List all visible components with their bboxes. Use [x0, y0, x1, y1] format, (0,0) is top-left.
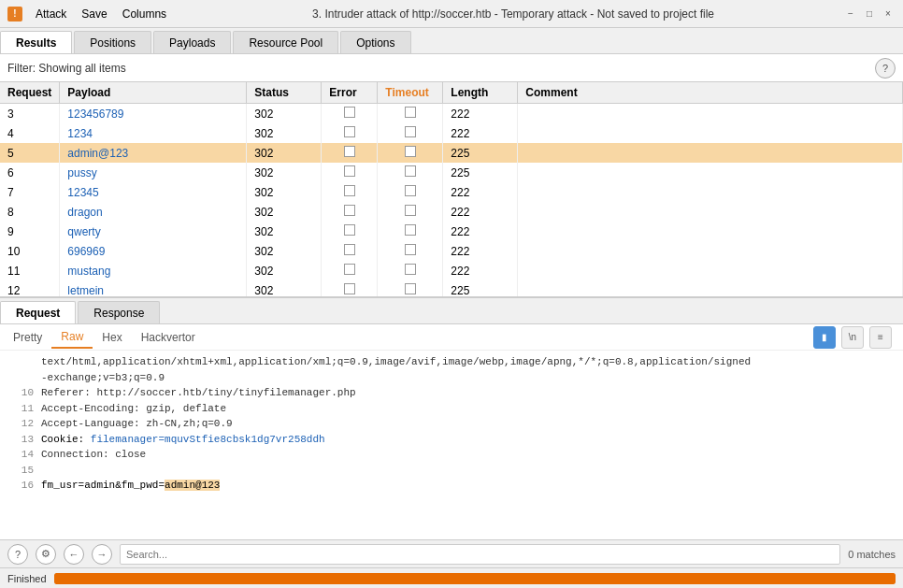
col-header-status[interactable]: Status: [247, 82, 322, 104]
finished-label: Finished: [7, 573, 47, 584]
line-content-15: [41, 463, 896, 479]
cell-status: 302: [247, 123, 322, 143]
table-row[interactable]: 12 letmein 302 225: [0, 280, 903, 297]
line-content-12: Accept-Language: zh-CN,zh;q=0.9: [41, 416, 896, 432]
cell-status: 302: [247, 222, 322, 241]
cell-length: 225: [443, 143, 518, 163]
line-num-12: 12: [7, 416, 34, 432]
settings-status-button[interactable]: ⚙: [36, 544, 56, 565]
tab-results[interactable]: Results: [0, 31, 72, 53]
col-header-payload[interactable]: Payload: [60, 82, 247, 104]
help-status-button[interactable]: ?: [7, 544, 28, 565]
menu-save[interactable]: Save: [76, 6, 112, 22]
content-line-15: 15: [7, 463, 896, 479]
chat-icon[interactable]: ▮: [813, 326, 836, 349]
table-row[interactable]: 6 pussy 302 225: [0, 163, 903, 182]
cell-payload: admin@123: [60, 143, 247, 163]
cell-length: 225: [443, 280, 518, 297]
cell-error: [322, 143, 378, 163]
table-row[interactable]: 9 qwerty 302 222: [0, 222, 903, 241]
line-num-16: 16: [7, 478, 34, 494]
menu-attack[interactable]: Attack: [30, 6, 72, 22]
table-row[interactable]: 7 12345 302 222: [0, 182, 903, 202]
col-header-error[interactable]: Error: [322, 82, 378, 104]
back-button[interactable]: ←: [64, 544, 84, 565]
format-icons: ▮ \n ≡: [813, 326, 899, 349]
cell-payload: qwerty: [60, 222, 247, 241]
cell-error: [322, 241, 378, 261]
window-controls: − □ ×: [843, 7, 896, 22]
tab-request[interactable]: Request: [0, 301, 76, 323]
cell-timeout: [378, 182, 443, 202]
content-line-10: 10 Referer: http://soccer.htb/tiny/tinyf…: [7, 385, 896, 401]
title-bar: ! Attack Save Columns 3. Intruder attack…: [0, 0, 903, 28]
cell-status: 302: [247, 163, 322, 182]
cell-error: [322, 280, 378, 297]
cell-id: 9: [0, 222, 60, 241]
cell-id: 10: [0, 241, 60, 261]
cell-id: 8: [0, 202, 60, 222]
format-raw[interactable]: Raw: [51, 326, 93, 349]
cell-error: [322, 261, 378, 280]
minimize-button[interactable]: −: [843, 7, 858, 22]
content-line-11: 11 Accept-Encoding: gzip, deflate: [7, 401, 896, 417]
cell-status: 302: [247, 104, 322, 124]
table-row[interactable]: 3 123456789 302 222: [0, 104, 903, 124]
progress-bar-track: [54, 573, 896, 584]
cell-timeout: [378, 202, 443, 222]
cell-status: 302: [247, 182, 322, 202]
tab-response[interactable]: Response: [78, 301, 160, 323]
cell-length: 225: [443, 163, 518, 182]
col-header-timeout[interactable]: Timeout: [378, 82, 443, 104]
tab-options[interactable]: Options: [340, 31, 410, 53]
col-header-request[interactable]: Request: [0, 82, 60, 104]
help-button[interactable]: ?: [875, 58, 896, 79]
col-header-comment[interactable]: Comment: [518, 82, 903, 104]
cell-comment: [518, 241, 903, 261]
tab-payloads[interactable]: Payloads: [153, 31, 231, 53]
search-input[interactable]: [120, 544, 840, 565]
filter-bar: Filter: Showing all items ?: [0, 54, 903, 82]
filter-text: Filter: Showing all items: [7, 62, 867, 75]
cell-error: [322, 202, 378, 222]
cell-payload: pussy: [60, 163, 247, 182]
menu-icon[interactable]: ≡: [869, 326, 892, 349]
cell-timeout: [378, 222, 443, 241]
format-hackvertor[interactable]: Hackvertor: [132, 327, 205, 348]
maximize-button[interactable]: □: [862, 7, 877, 22]
cell-id: 12: [0, 280, 60, 297]
line-num-11: 11: [7, 401, 34, 417]
cell-length: 222: [443, 202, 518, 222]
format-hex[interactable]: Hex: [93, 327, 131, 348]
line-content: text/html,application/xhtml+xml,applicat…: [41, 354, 896, 385]
cell-length: 222: [443, 123, 518, 143]
table-row[interactable]: 10 696969 302 222: [0, 241, 903, 261]
cell-id: 6: [0, 163, 60, 182]
col-header-length[interactable]: Length: [443, 82, 518, 104]
cell-id: 3: [0, 104, 60, 124]
menu-columns[interactable]: Columns: [117, 6, 172, 22]
cell-error: [322, 123, 378, 143]
table-row[interactable]: 11 mustang 302 222: [0, 261, 903, 280]
tab-resource-pool[interactable]: Resource Pool: [233, 31, 338, 53]
cell-error: [322, 163, 378, 182]
cell-comment: [518, 104, 903, 124]
cell-payload: 1234: [60, 123, 247, 143]
bottom-panel: Request Response Pretty Raw Hex Hackvert…: [0, 297, 903, 539]
cell-id: 4: [0, 123, 60, 143]
table-row[interactable]: 5 admin@123 302 225: [0, 143, 903, 163]
cell-id: 11: [0, 261, 60, 280]
payload-highlight: admin@123: [165, 480, 220, 491]
cell-error: [322, 182, 378, 202]
table-row[interactable]: 4 1234 302 222: [0, 123, 903, 143]
tab-positions[interactable]: Positions: [74, 31, 151, 53]
cell-comment: [518, 123, 903, 143]
progress-bar-fill: [54, 573, 896, 584]
cell-timeout: [378, 241, 443, 261]
table-row[interactable]: 8 dragon 302 222: [0, 202, 903, 222]
forward-button[interactable]: →: [92, 544, 112, 565]
newline-icon[interactable]: \n: [841, 326, 864, 349]
cell-timeout: [378, 261, 443, 280]
close-button[interactable]: ×: [881, 7, 896, 22]
format-pretty[interactable]: Pretty: [4, 327, 51, 348]
